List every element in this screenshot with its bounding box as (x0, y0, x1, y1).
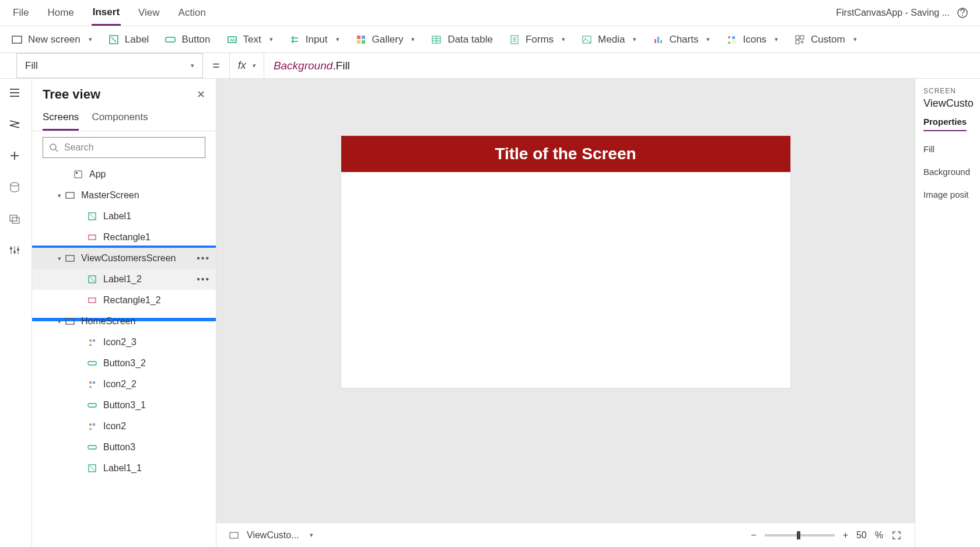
charts-button[interactable]: Charts▾ (653, 34, 710, 45)
new-screen-button[interactable]: New screen▾ (12, 34, 92, 45)
svg-rect-34 (66, 192, 74, 198)
tree-view-icon[interactable] (9, 118, 23, 132)
formula-input[interactable]: Background.Fill (264, 59, 359, 72)
tree-node-homescreen[interactable]: ▾HomeScreen (32, 311, 216, 332)
tree-node-label: Label1 (103, 211, 131, 222)
more-icon[interactable]: ••• (197, 274, 210, 285)
tree-node-icon2[interactable]: Icon2 (32, 416, 216, 437)
tree-view-title: Tree view (43, 87, 100, 102)
svg-marker-47 (89, 385, 92, 388)
tree-node-app[interactable]: App (32, 164, 216, 185)
close-icon[interactable]: ✕ (197, 88, 205, 101)
menu-action[interactable]: Action (177, 1, 207, 24)
add-icon[interactable] (9, 150, 23, 164)
fit-screen-icon[interactable] (891, 530, 902, 541)
button-button[interactable]: Button (165, 34, 210, 45)
fx-button[interactable]: fx▾ (229, 53, 264, 78)
menu-view[interactable]: View (137, 1, 161, 24)
tree-node-button3_2[interactable]: Button3_2 (32, 353, 216, 374)
svg-marker-20 (727, 41, 731, 44)
data-table-button[interactable]: Data table (431, 34, 493, 45)
prop-fill[interactable]: Fill (923, 144, 980, 154)
svg-point-31 (50, 144, 56, 150)
input-button[interactable]: Input▾ (289, 34, 340, 45)
custom-button[interactable]: Custom▾ (794, 34, 857, 45)
tree-node-label: MasterScreen (81, 190, 139, 201)
media-button[interactable]: Media▾ (582, 34, 636, 45)
svg-rect-15 (654, 39, 656, 43)
svg-point-49 (89, 423, 92, 426)
chevron-down-icon[interactable]: ▾ (310, 531, 313, 539)
screen-selector[interactable]: ViewCusto... (247, 530, 299, 541)
chevron-down-icon[interactable]: ▾ (54, 192, 65, 199)
tree-node-rectangle1[interactable]: Rectangle1 (32, 227, 216, 248)
tab-properties[interactable]: Properties (923, 117, 967, 131)
svg-rect-17 (660, 40, 662, 43)
search-input[interactable]: Search (43, 137, 205, 158)
icons-button[interactable]: Icons▾ (726, 34, 778, 45)
svg-rect-9 (357, 40, 360, 44)
chevron-down-icon[interactable]: ▾ (54, 318, 65, 325)
tree-node-label: Label1_2 (103, 274, 142, 285)
more-icon[interactable]: ••• (197, 253, 210, 264)
help-icon[interactable] (957, 7, 968, 19)
tree-node-icon2_3[interactable]: Icon2_3 (32, 332, 216, 353)
screen-selector-icon[interactable] (229, 531, 239, 540)
advanced-tools-icon[interactable] (9, 244, 23, 258)
svg-marker-43 (89, 343, 92, 346)
tree-body[interactable]: ☝ App▾MasterScreenLabel1Rectangle1▾ViewC… (32, 164, 216, 547)
tree-node-label1_2[interactable]: Label1_2••• (32, 269, 216, 290)
svg-rect-39 (89, 298, 96, 303)
tree-node-rectangle1_2[interactable]: Rectangle1_2 (32, 290, 216, 311)
custom-icon (794, 34, 805, 45)
svg-rect-54 (230, 532, 238, 538)
tree-node-button3_1[interactable]: Button3_1 (32, 395, 216, 416)
tree-node-label: ViewCustomersScreen (81, 253, 176, 264)
svg-rect-40 (66, 318, 74, 324)
svg-rect-10 (362, 40, 365, 44)
tree-node-label1[interactable]: Label1 (32, 206, 216, 227)
zoom-out-button[interactable]: − (751, 530, 756, 541)
equals-sign: = (203, 58, 229, 73)
tree-node-label: Icon2_3 (103, 337, 136, 348)
iconctrl-icon (87, 379, 97, 390)
chevron-down-icon: ▾ (853, 36, 857, 43)
tree-node-viewcustomersscreen[interactable]: ▾ViewCustomersScreen••• (32, 248, 216, 269)
data-table-icon (431, 34, 442, 45)
svg-text:Ab: Ab (230, 37, 236, 43)
menu-file[interactable]: File (12, 1, 30, 24)
tab-components[interactable]: Components (92, 108, 148, 131)
menu-insert[interactable]: Insert (92, 1, 121, 26)
screen-preview[interactable]: Title of the Screen (341, 136, 790, 388)
tree-node-masterscreen[interactable]: ▾MasterScreen (32, 185, 216, 206)
tree-node-label1_1[interactable]: Label1_1 (32, 458, 216, 479)
tree-node-label: Button3 (103, 442, 135, 453)
selected-screen-name: ViewCusto (923, 97, 980, 110)
hamburger-icon[interactable] (9, 87, 23, 101)
menu-home[interactable]: Home (46, 1, 75, 24)
chevron-down-icon[interactable]: ▾ (54, 255, 65, 262)
tree-node-label: Button3_1 (103, 400, 146, 411)
zoom-in-button[interactable]: + (843, 530, 848, 541)
button-icon (87, 442, 97, 453)
prop-background[interactable]: Background (923, 167, 980, 177)
chevron-down-icon: ▾ (252, 62, 256, 69)
svg-rect-24 (796, 40, 799, 44)
label-icon (87, 463, 97, 474)
forms-button[interactable]: Forms▾ (509, 34, 565, 45)
tree-node-icon2_2[interactable]: Icon2_2 (32, 374, 216, 395)
tree-node-button3[interactable]: Button3 (32, 437, 216, 458)
tab-screens[interactable]: Screens (43, 108, 79, 131)
charts-icon (653, 34, 663, 45)
label-button[interactable]: Label (108, 34, 149, 45)
gallery-button[interactable]: Gallery▾ (356, 34, 415, 45)
property-selector[interactable]: Fill ▾ (16, 53, 203, 78)
iconctrl-icon (87, 337, 97, 348)
text-button[interactable]: Ab Text▾ (227, 34, 273, 45)
zoom-slider[interactable] (765, 534, 835, 537)
iconctrl-icon (87, 421, 97, 432)
data-icon[interactable] (9, 181, 23, 195)
media-rail-icon[interactable] (9, 213, 23, 227)
chevron-down-icon: ▾ (775, 36, 778, 43)
prop-image-position[interactable]: Image posit (923, 190, 980, 199)
